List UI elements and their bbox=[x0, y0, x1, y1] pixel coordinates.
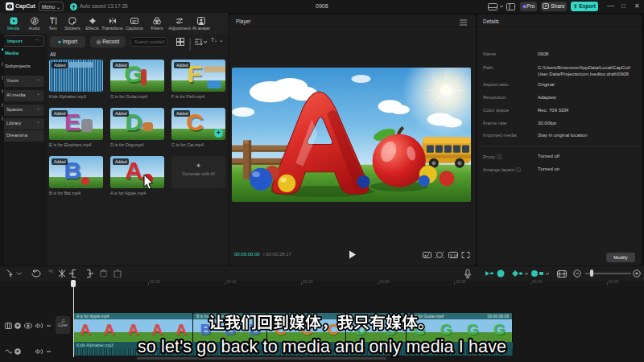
svg-text:9:16: 9:16 bbox=[450, 253, 458, 258]
